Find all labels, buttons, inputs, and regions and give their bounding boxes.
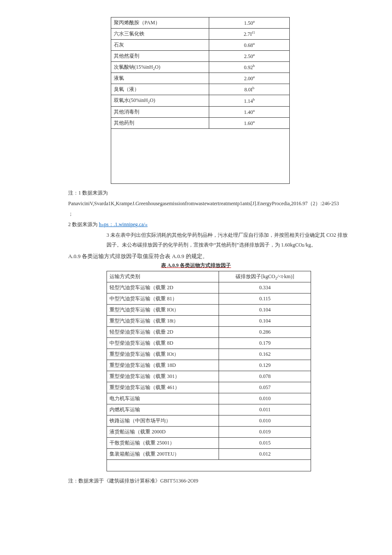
transport-type-cell: 轻型汽油货车运输（载重 2D [107,282,219,293]
chemical-name-cell: 双氧水(50%inH2O) [111,95,209,106]
note-1-label: 注：1 数据来源为 [68,188,349,198]
transport-value-cell: 0.015 [219,437,311,448]
transport-value-cell: 0.104 [219,304,311,315]
chemical-name-cell: 聚丙烯酰胺（PAM） [111,17,209,29]
transport-type-cell: 集装箱船运输（载重 200TEU） [107,448,219,459]
transport-type-cell: 重型柴油货车运输（载重 IOt） [107,349,219,360]
emission-value-cell: 0.68u [209,40,290,51]
blank-row [107,459,311,471]
emission-value-cell: 0.92b [209,62,290,73]
transport-value-cell: 0.179 [219,337,311,349]
table-row: 聚丙烯酰胺（PAM）1.50a [111,17,290,29]
emission-value-cell: 8.0Ib [209,84,290,95]
transport-type-cell: 重型汽油货车运输（载重 IOt） [107,304,219,315]
header-transport-type: 运输方式类别 [107,271,219,282]
chemical-name-cell: 液氯 [111,73,209,84]
transport-value-cell: 0.286 [219,326,311,337]
transport-type-cell: 中型柴油货车运输（载重 8D [107,337,219,349]
header-emission-factor: 碳排放因子[kgCO2/<t·km)] [219,271,311,282]
transport-value-cell: 0.010 [219,415,311,426]
table-row: 中型汽油货车运输（载重 81）0.115 [107,293,311,304]
transport-value-cell: 0.078 [219,371,311,382]
chemical-name-cell: 六水三氯化铁 [111,29,209,40]
transport-value-cell: 0.010 [219,393,311,404]
table-row: 臭氧（液）8.0Ib [111,84,290,95]
transport-value-cell: 0.011 [219,404,311,415]
table-row: 重型柴油货车运输（载重 IOt）0.162 [107,349,311,360]
table-row: 集装箱船运输（载重 200TEU）0.012 [107,448,311,459]
note-3: 3 未在表中列出但实际消耗的其他化学药剂品种，污水处理厂应自行添加，并按照相关行… [107,230,349,250]
table-row: 中型柴油货车运输（载重 8D0.179 [107,337,311,349]
transport-type-cell: 内燃机车运输 [107,404,219,415]
transport-type-cell: 重型汽油货车运输（载重 18t） [107,315,219,326]
transport-value-cell: 0.057 [219,382,311,393]
table-row: 液氯2.00a [111,73,290,84]
chemical-name-cell: 其他消毒剂 [111,106,209,117]
chemical-name-cell: 石灰 [111,40,209,51]
table-row: 轻型汽油货车运输（载重 2D0.334 [107,282,311,293]
chemical-name-cell: 次氯酸钠(15%inH2O) [111,62,209,73]
note-1-tail: ； [68,209,349,219]
transport-value-cell: 0.129 [219,360,311,371]
table-row: 其他然凝剂2.50a [111,51,290,62]
blank-row [111,128,290,183]
note-2: 2 数据来源为 h»ps：.1.winnipeg.ca/« [68,220,349,230]
table-row: 干散货船运输（载重 25001）0.015 [107,437,311,448]
table-row: 重型柴油货车运输（载重 461）0.057 [107,382,311,393]
table-row: 重型汽油货车运输（载重 18t）0.104 [107,315,311,326]
table-row: 液货船运输（载重 2000D0.019 [107,426,311,437]
table-row: 电力机车运输0.010 [107,393,311,404]
chemical-name-cell: 其他药剂 [111,117,209,128]
emission-value-cell: 1.40u [209,106,290,117]
transport-value-cell: 0.115 [219,293,311,304]
table-row: 六水三氯化铁2.7If1 [111,29,290,40]
section-a09-line: A.0.9 各类运输方式排放因子取值应符合表 A.0.9 的规定。 [68,253,349,260]
table-row: 其他药剂1.60u [111,117,290,128]
footnote-source: 注：数据来源于《建筑碳排放计算标准》GBГГ51366-2OI9 [68,477,349,485]
emission-value-cell: 1.50a [209,17,290,29]
notes-block-1: 注：1 数据来源为 PanaviciniV,Svarda1K,KrampeJ.G… [68,188,349,250]
transport-type-cell: 干散货船运输（载重 25001） [107,437,219,448]
transport-value-cell: 0.104 [219,315,311,326]
transport-value-cell: 0.334 [219,282,311,293]
emission-value-cell: 2.00a [209,73,290,84]
table-row: 重型柴油货车运输（载重 18D0.129 [107,360,311,371]
emission-value-cell: 2.50a [209,51,290,62]
transport-type-cell: 轻型柴油货车运输（载垂 2D [107,326,219,337]
table-row: 其他消毒剂1.40u [111,106,290,117]
transport-type-cell: 重型柴油货车运输（载重 461） [107,382,219,393]
transport-type-cell: 电力机车运输 [107,393,219,404]
table-row: 石灰0.68u [111,40,290,51]
transport-type-cell: 铁路运输（中国市场平均） [107,415,219,426]
transport-type-cell: 中型汽油货车运输（载重 81） [107,293,219,304]
transport-type-cell: 重型柴油货车运输（载重 301） [107,371,219,382]
source-link[interactable]: h»ps：.1.winnipeg.ca/« [99,221,147,227]
table-row: 铁路运输（中国市场平均）0.010 [107,415,311,426]
transport-value-cell: 0.162 [219,349,311,360]
table-row: 轻型柴油货车运输（载垂 2D0.286 [107,326,311,337]
emission-value-cell: 2.7If1 [209,29,290,40]
chemical-name-cell: 臭氧（液） [111,84,209,95]
transport-type-cell: 重型柴油货车运输（载重 18D [107,360,219,371]
chemical-emission-table: 聚丙烯酰胺（PAM）1.50a六水三氯化铁2.7If1石灰0.68u其他然凝剂2… [111,17,290,184]
table-header-row: 运输方式类别 碳排放因子[kgCO2/<t·km)] [107,271,311,282]
emission-value-cell: 1.60u [209,117,290,128]
note-1-citation: PanaviciniV,Svarda1K,KrampeJ.Greenhouseg… [68,199,349,209]
transport-emission-table: 运输方式类别 碳排放因子[kgCO2/<t·km)] 轻型汽油货车运输（载重 2… [107,271,311,471]
table-row: 双氧水(50%inH2O)1.14b [111,95,290,106]
transport-type-cell: 液货船运输（载重 2000D [107,426,219,437]
table-row: 内燃机车运输0.011 [107,404,311,415]
table-row: 重型汽油货车运输（载重 IOt）0.104 [107,304,311,315]
table-row: 次氯酸钠(15%inH2O)0.92b [111,62,290,73]
table-row: 重型柴油货车运输（载重 301）0.078 [107,371,311,382]
table-a09-title: 表 A.0.9 各类运物方式排放因子 [43,262,349,269]
emission-value-cell: 1.14b [209,95,290,106]
chemical-name-cell: 其他然凝剂 [111,51,209,62]
transport-value-cell: 0.012 [219,448,311,459]
transport-value-cell: 0.019 [219,426,311,437]
